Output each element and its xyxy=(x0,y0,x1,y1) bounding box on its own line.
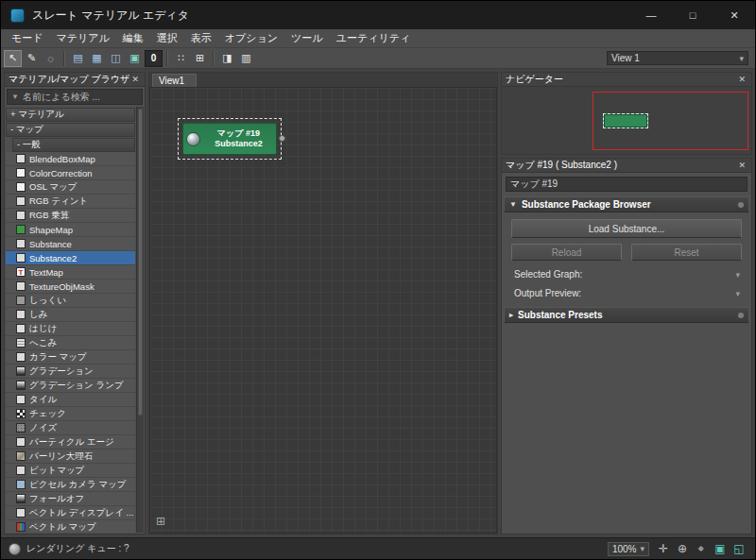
show-background-button[interactable]: ▦ xyxy=(88,50,106,67)
search-placeholder: 名前による検索 ... xyxy=(23,91,100,104)
browser-item[interactable]: RGB 乗算 xyxy=(6,209,135,223)
menu-item-7[interactable]: ユーティリティ xyxy=(330,29,418,47)
browser-item-label: タイル xyxy=(29,394,57,406)
show-shaded-material-button[interactable]: ▤ xyxy=(69,50,87,67)
browser-item-label: パーリン大理石 xyxy=(29,450,93,463)
browser-item[interactable]: フォールオフ xyxy=(6,492,135,506)
browser-item[interactable]: パーティクル エージ xyxy=(6,435,135,450)
view-selector[interactable]: View 1 ▾ xyxy=(607,51,748,65)
browser-item[interactable]: はじけ xyxy=(6,322,135,336)
output-preview-combo[interactable]: Output Preview: ▾ xyxy=(511,288,742,298)
map-type-icon xyxy=(16,508,26,518)
move-children-button[interactable]: ⊞ xyxy=(191,50,209,67)
select-tool-button[interactable]: ↖ xyxy=(4,50,22,67)
menu-item-0[interactable]: モード xyxy=(5,29,50,47)
chevron-down-icon: ▾ xyxy=(640,544,644,553)
zoom-extents-button[interactable]: ▣ xyxy=(712,541,729,557)
zoom-level-combo[interactable]: 100% ▾ xyxy=(608,542,649,556)
node-canvas[interactable]: マップ #19 Substance2 ⊞ xyxy=(149,87,497,534)
load-substance-button[interactable]: Load Substance... xyxy=(511,219,742,238)
browser-item[interactable]: RGB ティント xyxy=(6,195,135,209)
map-type-icon xyxy=(16,352,26,362)
navigator-node-thumbnail[interactable] xyxy=(603,113,648,128)
zoom-tool-button[interactable]: ⊕ xyxy=(674,541,691,557)
browser-item[interactable]: ノイズ xyxy=(6,421,135,435)
browser-group[interactable]: - 一般 xyxy=(12,138,135,152)
map-type-icon xyxy=(16,324,26,333)
menu-item-6[interactable]: ツール xyxy=(284,29,330,47)
map-type-icon xyxy=(16,409,26,418)
node-name-field[interactable]: マップ #19 xyxy=(506,177,747,192)
material-id-channel-button[interactable]: 0 xyxy=(145,50,163,67)
reload-button[interactable]: Reload xyxy=(511,244,622,261)
rollout-substance-package-browser[interactable]: ▼ Substance Package Browser xyxy=(504,196,749,212)
browser-item[interactable]: Substance xyxy=(6,237,135,251)
menu-item-1[interactable]: マテリアル xyxy=(50,29,116,47)
maximize-button[interactable]: □ xyxy=(672,1,713,29)
browser-item[interactable]: タイル xyxy=(6,393,135,407)
search-input[interactable]: ▼ 名前による検索 ... xyxy=(7,89,143,105)
browser-item[interactable]: ピクセル カメラ マップ xyxy=(6,478,135,492)
browser-item[interactable]: ShapeMap xyxy=(6,223,135,237)
close-icon[interactable]: ✕ xyxy=(736,161,747,170)
zoom-extents-selected-button[interactable]: ◱ xyxy=(730,541,747,557)
browser-item-label: ベクトル マップ xyxy=(29,521,96,534)
reset-button[interactable]: Reset xyxy=(631,244,742,261)
browser-item[interactable]: TTextMap xyxy=(6,265,135,280)
parameters-panel: マップ #19 ( Substance2 ) ✕ マップ #19 ▼ Subst… xyxy=(501,158,752,535)
pan-tool-button[interactable]: ✛ xyxy=(655,541,672,557)
app-icon xyxy=(10,8,25,23)
browser-item[interactable]: ベクトル マップ xyxy=(6,520,135,533)
menu-item-2[interactable]: 編集 xyxy=(116,29,150,47)
browser-item[interactable]: へこみ xyxy=(6,336,135,350)
browser-item[interactable]: TextureObjMask xyxy=(6,280,135,294)
render-queue-text: レンダリング キュー : ? xyxy=(26,542,129,555)
selected-graph-combo[interactable]: Selected Graph: ▾ xyxy=(511,269,742,280)
browser-item[interactable]: パーリン大理石 xyxy=(6,450,135,464)
browser-item[interactable]: しっくい xyxy=(6,294,135,308)
browser-item[interactable]: ColorCorrection xyxy=(6,166,135,180)
layout-children-button[interactable]: ▥ xyxy=(237,50,255,67)
node-title: マップ #19 xyxy=(204,128,273,139)
browser-item[interactable]: BlendedBoxMap xyxy=(6,152,135,166)
menu-item-5[interactable]: オプション xyxy=(218,29,284,47)
browser-item[interactable]: グラデーション xyxy=(6,365,135,379)
scrollbar-thumb[interactable] xyxy=(138,109,143,416)
map-type-icon xyxy=(16,225,26,234)
layout-all-button[interactable]: ◨ xyxy=(218,50,236,67)
browser-item[interactable]: ビットマップ xyxy=(6,464,135,478)
menu-item-4[interactable]: 表示 xyxy=(184,29,218,47)
close-icon[interactable]: ✕ xyxy=(129,75,141,84)
window-title: スレート マテリアル エディタ xyxy=(32,8,189,24)
isolate-selection-button[interactable]: ▣ xyxy=(126,50,144,67)
browser-item[interactable]: ベクトル ディスプレイ ... xyxy=(6,506,135,520)
browser-group[interactable]: + マテリアル xyxy=(6,108,135,122)
assign-material-button[interactable]: ◌ xyxy=(42,50,60,67)
browser-item[interactable]: グラデーション ランプ xyxy=(6,379,135,393)
navigator-map[interactable] xyxy=(502,87,751,154)
node-output-socket[interactable] xyxy=(279,135,285,142)
substance-package-body: Load Substance... Reload Reset Selected … xyxy=(502,213,751,306)
browser-item[interactable]: カラー マップ xyxy=(6,350,135,365)
minimize-button[interactable]: — xyxy=(630,1,672,29)
pick-material-button[interactable]: ✎ xyxy=(23,50,41,67)
browser-item[interactable]: しみ xyxy=(6,308,135,322)
show-end-result-button[interactable]: ◫ xyxy=(107,50,125,67)
browser-item[interactable]: Substance2 xyxy=(6,251,135,265)
close-icon[interactable]: ✕ xyxy=(736,75,747,84)
browser-item[interactable]: チェック xyxy=(6,407,135,421)
zoom-region-button[interactable]: ⌖ xyxy=(693,541,710,557)
rollout-substance-presets[interactable]: ▸ Substance Presets xyxy=(504,307,749,323)
hide-unused-nodeslots-button[interactable]: ∷ xyxy=(172,50,190,67)
close-button[interactable]: ✕ xyxy=(713,1,755,29)
menu-item-3[interactable]: 選択 xyxy=(150,29,184,47)
browser-item-label: はじけ xyxy=(29,323,57,335)
browser-item[interactable]: OSL マップ xyxy=(6,180,135,195)
tab-view1[interactable]: View1 xyxy=(152,74,197,87)
substance2-node[interactable]: マップ #19 Substance2 xyxy=(182,123,277,155)
browser-item-label: - マップ xyxy=(10,124,43,136)
browser-scrollbar[interactable] xyxy=(136,107,144,533)
browser-group[interactable]: - マップ xyxy=(6,123,135,137)
selected-graph-label: Selected Graph: xyxy=(514,269,582,280)
browser-header: マテリアル/マップ ブラウザ ✕ xyxy=(5,73,145,87)
